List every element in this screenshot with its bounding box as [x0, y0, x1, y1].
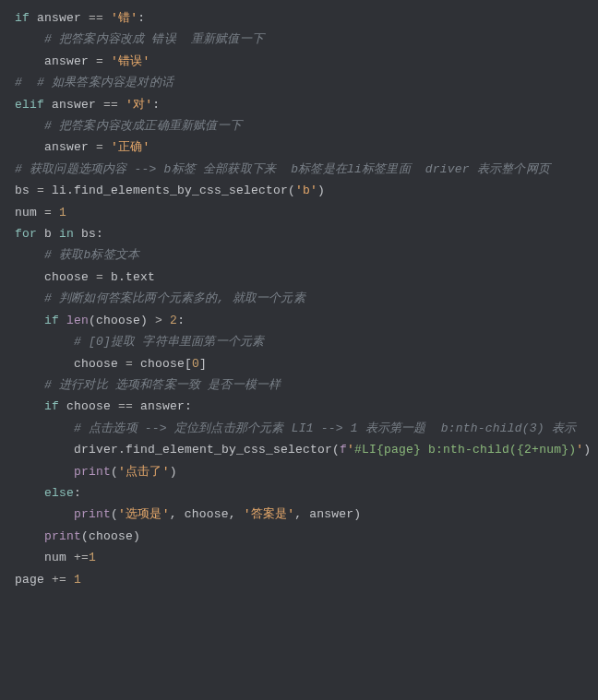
- token-op: =: [126, 357, 133, 371]
- token-plain: b.text: [103, 270, 155, 284]
- code-line: choose = choose[0]: [15, 357, 207, 371]
- code-line: # 进行对比 选项和答案一致 是否一模一样: [15, 378, 281, 392]
- code-line: # 获取问题选项内容 --> b标签 全部获取下来 b标签是在li标签里面 dr…: [15, 162, 550, 176]
- token-plain: bs:: [74, 227, 103, 241]
- code-line: if answer == '错':: [15, 11, 145, 25]
- token-comment: # 点击选项 --> 定位到点击那个元素 LI1 --> 1 表示第一题 b:n…: [74, 421, 576, 435]
- token-plain: choose: [74, 357, 126, 371]
- token-key: else: [44, 486, 74, 500]
- code-line: elif answer == '对':: [15, 98, 160, 112]
- token-plain: [52, 206, 59, 219]
- token-comment: # 进行对比 选项和答案一致 是否一模一样: [44, 378, 281, 392]
- token-str: '错': [111, 11, 138, 25]
- token-plain: answer:: [133, 399, 192, 413]
- token-plain: answer: [44, 98, 103, 112]
- token-strg: #LI{page} b:nth-child({2+num}): [354, 443, 576, 457]
- token-op: ==: [89, 11, 103, 25]
- token-plain: [103, 140, 111, 154]
- token-plain: [103, 11, 111, 25]
- token-comment: # 把答案内容改成正确重新赋值一下: [44, 119, 242, 133]
- token-plain: answer: [30, 11, 89, 25]
- token-comment: # # 如果答案内容是对的话: [15, 76, 173, 89]
- code-line: # 获取b标签文本: [15, 248, 139, 262]
- token-str: '答案是': [244, 507, 295, 521]
- token-num: 1: [74, 573, 81, 587]
- token-plain: [59, 314, 66, 327]
- token-op: =: [96, 54, 103, 68]
- code-line: answer = '正确': [15, 140, 150, 154]
- token-plain: answer: [44, 54, 96, 68]
- token-key2: print: [74, 465, 111, 479]
- token-op: =: [96, 140, 103, 154]
- token-plain: :: [74, 486, 81, 500]
- token-comment: # 获取问题选项内容 --> b标签 全部获取下来 b标签是在li标签里面 dr…: [15, 162, 550, 176]
- code-line: print('点击了'): [15, 465, 177, 479]
- token-plain: (choose): [81, 529, 140, 543]
- token-plain: , choose,: [170, 507, 244, 521]
- token-str: 'b': [295, 184, 317, 197]
- token-plain: choose: [59, 399, 118, 413]
- token-op: =: [37, 184, 44, 197]
- token-op: >: [155, 314, 162, 327]
- token-str: ': [347, 443, 354, 457]
- code-line: # 把答案内容改成 错误 重新赋值一下: [15, 32, 264, 46]
- token-str: '选项是': [118, 507, 170, 521]
- code-line: if choose == answer:: [15, 399, 192, 413]
- token-comment: # [0]提取 字符串里面第一个元素: [74, 335, 264, 349]
- token-plain: [103, 54, 111, 68]
- token-plain: num: [44, 551, 74, 564]
- token-plain: b: [37, 227, 59, 241]
- token-op: ==: [118, 399, 133, 413]
- token-comment: # 获取b标签文本: [44, 248, 139, 262]
- token-key: for: [15, 227, 37, 241]
- code-line: page += 1: [15, 573, 81, 587]
- token-key2: f: [340, 443, 347, 457]
- token-plain: ]: [199, 357, 207, 371]
- token-plain: choose: [44, 270, 96, 284]
- token-str: '点击了': [118, 465, 170, 479]
- code-line: answer = '错误': [15, 54, 150, 68]
- code-line: # [0]提取 字符串里面第一个元素: [15, 335, 264, 349]
- token-key: if: [44, 399, 59, 413]
- token-comment: # 把答案内容改成 错误 重新赋值一下: [44, 32, 264, 46]
- token-num: 0: [192, 357, 199, 371]
- token-num: 2: [170, 314, 177, 327]
- code-line: for b in bs:: [15, 227, 103, 241]
- token-num: 1: [59, 206, 66, 219]
- code-line: # # 如果答案内容是对的话: [15, 76, 173, 89]
- token-plain: (choose): [89, 314, 155, 327]
- code-line: num +=1: [15, 551, 96, 564]
- code-line: # 把答案内容改成正确重新赋值一下: [15, 119, 242, 133]
- code-line: # 点击选项 --> 定位到点击那个元素 LI1 --> 1 表示第一题 b:n…: [15, 421, 576, 435]
- code-line: if len(choose) > 2:: [15, 314, 185, 327]
- token-plain: ): [170, 465, 177, 479]
- token-plain: answer: [44, 140, 96, 154]
- code-line: print('选项是', choose, '答案是', answer): [15, 507, 361, 521]
- token-plain: :: [152, 98, 160, 112]
- token-plain: bs: [15, 184, 37, 197]
- token-plain: ): [583, 443, 591, 457]
- token-num: 1: [89, 551, 96, 564]
- token-plain: :: [177, 314, 185, 327]
- token-key: in: [59, 227, 74, 241]
- token-key: if: [15, 11, 30, 25]
- token-op: =: [96, 270, 103, 284]
- token-plain: [118, 98, 126, 112]
- code-line: # 判断如何答案比两个元素多的, 就取一个元素: [15, 291, 305, 305]
- token-key2: print: [44, 529, 81, 543]
- token-key: elif: [15, 98, 44, 112]
- token-op: +=: [52, 573, 66, 587]
- token-str: '错误': [111, 54, 150, 68]
- token-str: '正确': [111, 140, 150, 154]
- token-plain: [66, 573, 74, 587]
- code-line: print(choose): [15, 529, 140, 543]
- token-plain: driver.find_element_by_css_selector(: [74, 443, 340, 457]
- code-block: if answer == '错': # 把答案内容改成 错误 重新赋值一下 an…: [0, 0, 598, 590]
- code-line: num = 1: [15, 206, 66, 219]
- token-comment: # 判断如何答案比两个元素多的, 就取一个元素: [44, 291, 305, 305]
- token-plain: li.find_elements_by_css_selector(: [44, 184, 295, 197]
- code-line: bs = li.find_elements_by_css_selector('b…: [15, 184, 325, 197]
- token-plain: (: [111, 507, 118, 521]
- code-line: choose = b.text: [15, 270, 155, 284]
- token-op: =: [44, 206, 52, 219]
